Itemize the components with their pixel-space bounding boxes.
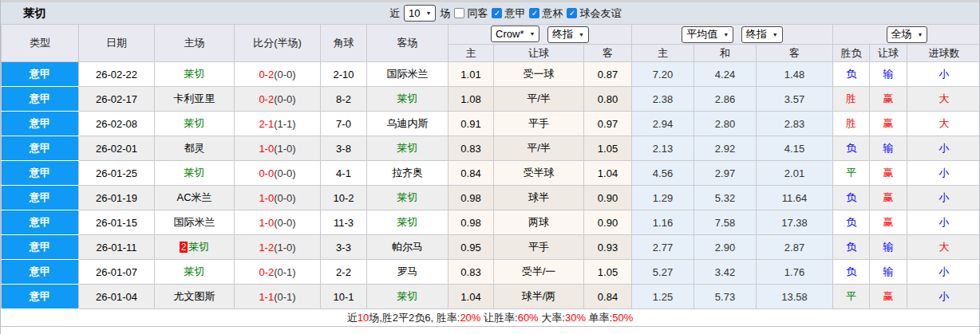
home-team-link[interactable]: 尤文图斯 — [174, 290, 215, 302]
chevron-down-icon: ▼ — [723, 32, 729, 37]
asia-home-odds: 0.98 — [449, 186, 494, 210]
asia-away-odds: 0.90 — [584, 186, 632, 210]
half-time-score: (0-0) — [274, 93, 295, 105]
filter-serie-a[interactable]: ✓ 意甲 — [492, 6, 525, 21]
result-goals: 大 — [907, 235, 980, 260]
league-link[interactable]: 意甲 — [2, 112, 79, 136]
away-team-link[interactable]: 帕尔马 — [392, 241, 423, 253]
result-wdl: 负 — [833, 235, 870, 260]
asia-company-select[interactable]: Crow* ▼ — [491, 26, 539, 42]
away-team-link[interactable]: 拉齐奥 — [392, 167, 423, 179]
col-header-handicap-result: 让球 — [870, 45, 907, 62]
asia-handicap: 平/半 — [494, 136, 584, 161]
team-name: 莱切 — [397, 191, 418, 203]
team-name: 莱切 — [184, 68, 205, 80]
league-link[interactable]: 意甲 — [2, 62, 79, 87]
asia-home-odds: 1.04 — [449, 285, 494, 309]
filter-club-friendly[interactable]: ✓ 球会友谊 — [567, 6, 621, 21]
score-cell: 0-2(0-0) — [235, 87, 321, 112]
home-team-cell: AC米兰 — [155, 186, 235, 210]
europe-draw-odds: 2.92 — [694, 136, 757, 161]
europe-away-odds: 2.83 — [757, 112, 833, 136]
half-time-score: (0-0) — [274, 69, 295, 81]
result-handicap: 输 — [870, 235, 907, 260]
away-team-link[interactable]: 莱切 — [397, 142, 418, 154]
home-team-link[interactable]: 莱切 — [184, 68, 205, 80]
home-team-link[interactable]: 都灵 — [184, 142, 205, 154]
home-team-link[interactable]: 2莱切 — [180, 241, 210, 253]
asia-stage-select[interactable]: 终指 ▼ — [547, 26, 589, 43]
league-link[interactable]: 意甲 — [2, 87, 79, 112]
team-name: AC米兰 — [176, 191, 211, 203]
league-link[interactable]: 意甲 — [2, 285, 79, 309]
away-team-link[interactable]: 莱切 — [397, 92, 418, 104]
result-handicap: 赢 — [870, 87, 907, 112]
corner-count: 2-2 — [321, 260, 367, 285]
result-goals: 小 — [907, 136, 980, 161]
league-link[interactable]: 意甲 — [2, 136, 79, 161]
team-name: 都灵 — [184, 142, 205, 154]
home-team-link[interactable]: AC米兰 — [176, 191, 211, 203]
filter-same-away[interactable]: 同客 — [454, 6, 488, 21]
asia-away-odds: 0.90 — [584, 210, 632, 235]
asia-away-odds: 0.93 — [584, 235, 632, 260]
europe-draw-odds: 2.97 — [694, 161, 757, 186]
home-team-link[interactable]: 莱切 — [184, 117, 205, 129]
europe-away-odds: 11.64 — [757, 186, 833, 210]
recent-count-select[interactable]: 10 ▼ — [404, 5, 436, 22]
filter-coppa-italia[interactable]: ✓ 意杯 — [529, 6, 563, 21]
match-date: 26-01-04 — [79, 285, 155, 309]
away-team-link[interactable]: 罗马 — [397, 265, 418, 277]
away-team-link[interactable]: 莱切 — [397, 290, 418, 302]
result-scope-value: 全场 — [891, 27, 912, 41]
league-link[interactable]: 意甲 — [2, 210, 79, 235]
filter-checkbox[interactable]: ✓ — [567, 8, 577, 18]
away-team-link[interactable]: 国际米兰 — [387, 68, 429, 80]
score-cell: 1-0(1-0) — [235, 136, 321, 161]
team-name: 卡利亚里 — [174, 92, 215, 104]
europe-home-odds: 5.27 — [632, 260, 694, 285]
home-team-link[interactable]: 莱切 — [184, 167, 205, 179]
result-handicap: 赢 — [870, 285, 907, 309]
result-wdl: 负 — [833, 186, 870, 210]
asia-handicap: 受半/一 — [494, 260, 584, 285]
league-link[interactable]: 意甲 — [2, 161, 79, 186]
match-row: 意甲26-01-112莱切1-2(1-0)3-3帕尔马0.95平手0.932.7… — [2, 235, 980, 260]
filter-checkbox[interactable]: ✓ — [529, 8, 539, 18]
league-link[interactable]: 意甲 — [2, 186, 79, 210]
league-link[interactable]: 意甲 — [2, 260, 79, 285]
full-time-score: 2-1 — [259, 118, 274, 130]
team-name: 尤文图斯 — [174, 290, 215, 302]
filter-checkbox[interactable] — [454, 8, 464, 18]
corner-count: 7-0 — [321, 112, 367, 136]
result-goals: 小 — [907, 210, 980, 235]
result-wdl: 胜 — [833, 112, 870, 136]
chevron-down-icon: ▼ — [918, 32, 923, 37]
team-name: 莱切 — [184, 117, 205, 129]
away-team-link[interactable]: 莱切 — [397, 216, 418, 228]
away-team-link[interactable]: 莱切 — [397, 191, 418, 203]
europe-draw-odds: 2.80 — [694, 112, 757, 136]
europe-home-odds: 1.25 — [632, 285, 694, 309]
summary-segment: 让胜率: — [480, 312, 517, 324]
filter-label: 意甲 — [504, 6, 525, 21]
chevron-down-icon: ▼ — [773, 32, 778, 37]
home-team-cell: 莱切 — [155, 260, 235, 285]
league-link[interactable]: 意甲 — [2, 235, 79, 260]
filter-checkbox[interactable]: ✓ — [492, 8, 502, 18]
europe-away-odds: 13.58 — [757, 285, 833, 309]
away-team-link[interactable]: 乌迪内斯 — [387, 117, 429, 129]
score-cell: 1-2(1-0) — [235, 235, 321, 260]
result-scope-select[interactable]: 全场 ▼ — [887, 26, 928, 43]
home-team-cell: 国际米兰 — [155, 210, 235, 235]
home-team-link[interactable]: 卡利亚里 — [174, 92, 215, 104]
away-team-cell: 莱切 — [367, 136, 449, 161]
home-team-link[interactable]: 国际米兰 — [174, 216, 215, 228]
europe-stage-select[interactable]: 终指 ▼ — [741, 26, 783, 43]
col-header-date: 日期 — [79, 25, 155, 62]
europe-draw-odds: 5.73 — [694, 285, 757, 309]
home-team-link[interactable]: 莱切 — [184, 265, 205, 277]
europe-company-select[interactable]: 平均值 ▼ — [682, 26, 733, 43]
home-team-cell: 2莱切 — [155, 235, 235, 260]
asia-home-odds: 0.98 — [449, 210, 494, 235]
